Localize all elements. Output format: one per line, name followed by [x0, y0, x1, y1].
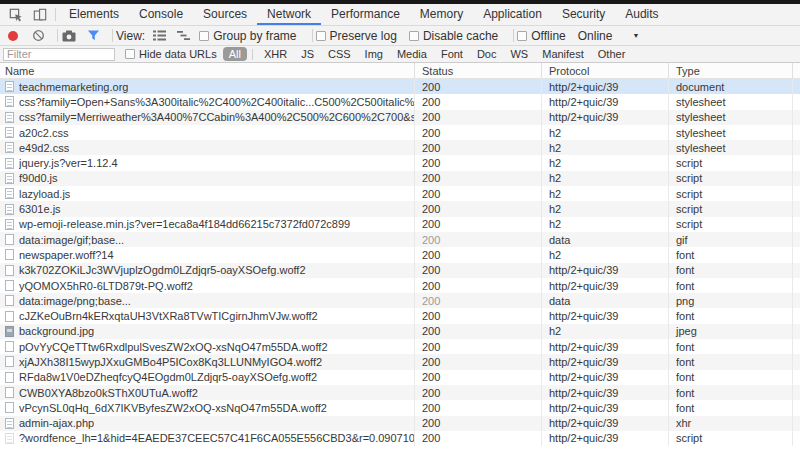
filter-pill-ws[interactable]: WS	[504, 47, 534, 61]
request-name-cell: lazyload.js	[0, 186, 415, 201]
group-by-frame-checkbox[interactable]: Group by frame	[199, 29, 296, 43]
request-name-cell: CWB0XYA8bzo0kSThX0UTuA.woff2	[0, 385, 415, 400]
device-toolbar-icon[interactable]	[28, 4, 52, 25]
filter-pill-css[interactable]: CSS	[322, 47, 357, 61]
table-row[interactable]: CWB0XYA8bzo0kSThX0UTuA.woff2200http/2+qu…	[0, 385, 800, 400]
filter-pill-other[interactable]: Other	[592, 47, 632, 61]
request-type-cell: script	[669, 201, 793, 216]
requests-table: Name Status Protocol Type teachmemarketi…	[0, 63, 800, 446]
file-icon	[5, 81, 14, 92]
request-protocol-cell: http/2+quic/39	[542, 308, 669, 323]
filter-pill-xhr[interactable]: XHR	[258, 47, 293, 61]
table-row[interactable]: ?wordfence_lh=1&hid=4EAEDE37CEEC57C41F6C…	[0, 431, 800, 446]
request-type-cell: jpeg	[669, 324, 793, 339]
clear-network-log-icon[interactable]	[30, 28, 46, 44]
table-row[interactable]: data:image/gif;base...200datagif	[0, 232, 800, 247]
filter-pill-doc[interactable]: Doc	[471, 47, 503, 61]
table-row[interactable]: background.jpg200h2jpeg	[0, 324, 800, 339]
offline-checkbox[interactable]: Offline	[517, 29, 565, 43]
table-row[interactable]: k3k702ZOKiLJc3WVjuplzOgdm0LZdjqr5-oayXSO…	[0, 263, 800, 278]
table-row[interactable]: css?family=Merriweather%3A400%7CCabin%3A…	[0, 110, 800, 125]
request-name-cell: e49d2.css	[0, 140, 415, 155]
request-name-cell: ?wordfence_lh=1&hid=4EAEDE37CEEC57C41F6C…	[0, 431, 415, 446]
table-row[interactable]: cJZKeOuBrn4kERxqtaUH3VtXRa8TVwTICgirnJhm…	[0, 308, 800, 323]
request-type-cell: stylesheet	[669, 140, 793, 155]
table-row[interactable]: f90d0.js200h2script	[0, 171, 800, 186]
file-icon	[5, 158, 14, 169]
row-filler	[793, 186, 800, 201]
filter-pill-all[interactable]: All	[223, 47, 247, 61]
filter-pill-img[interactable]: Img	[359, 47, 389, 61]
tab-application[interactable]: Application	[473, 4, 552, 25]
network-filter-bar: Hide data URLs AllXHRJSCSSImgMediaFontDo…	[0, 46, 800, 63]
request-name-cell: teachmemarketing.org	[0, 79, 415, 94]
preserve-log-checkbox[interactable]: Preserve log	[316, 29, 397, 43]
request-status-cell: 200	[415, 339, 542, 354]
inspect-element-icon[interactable]	[4, 4, 28, 25]
tab-console[interactable]: Console	[129, 4, 193, 25]
tab-memory[interactable]: Memory	[410, 4, 473, 25]
tab-performance[interactable]: Performance	[321, 4, 410, 25]
request-type-cell: script	[669, 171, 793, 186]
column-header-type[interactable]: Type	[669, 63, 793, 78]
table-row[interactable]: css?family=Open+Sans%3A300italic%2C400%2…	[0, 94, 800, 109]
file-icon	[5, 249, 14, 260]
table-row[interactable]: vPcynSL0qHq_6dX7IKVByfesZW2xOQ-xsNqO47m5…	[0, 400, 800, 415]
filter-pill-font[interactable]: Font	[435, 47, 469, 61]
column-header-protocol[interactable]: Protocol	[542, 63, 669, 78]
table-row[interactable]: xjAJXh38I15wypJXxuGMBo4P5ICox8Kq3LLUNMyI…	[0, 354, 800, 369]
table-row[interactable]: newspaper.woff?14200h2font	[0, 247, 800, 262]
tab-network[interactable]: Network	[257, 4, 321, 25]
request-protocol-cell: h2	[542, 171, 669, 186]
tab-elements[interactable]: Elements	[59, 4, 129, 25]
table-row[interactable]: a20c2.css200h2stylesheet	[0, 125, 800, 140]
disable-cache-checkbox[interactable]: Disable cache	[409, 29, 498, 43]
table-row[interactable]: lazyload.js200h2script	[0, 186, 800, 201]
request-type-cell: font	[669, 278, 793, 293]
table-row[interactable]: jquery.js?ver=1.12.4200h2script	[0, 155, 800, 170]
request-name-cell: pOvYyCQeTTtw6RxdlpulSvesZW2xOQ-xsNqO47m5…	[0, 339, 415, 354]
filter-pill-manifest[interactable]: Manifest	[536, 47, 590, 61]
devtools-window: ElementsConsoleSourcesNetworkPerformance…	[0, 0, 800, 450]
tab-security[interactable]: Security	[552, 4, 615, 25]
filter-pill-js[interactable]: JS	[295, 47, 320, 61]
request-status-cell: 200	[415, 308, 542, 323]
request-status-cell: 200	[415, 293, 542, 308]
table-row[interactable]: pOvYyCQeTTtw6RxdlpulSvesZW2xOQ-xsNqO47m5…	[0, 339, 800, 354]
table-row[interactable]: data:image/png;base...200datapng	[0, 293, 800, 308]
file-icon	[5, 418, 14, 429]
table-row[interactable]: RFda8w1V0eDZheqfcyQ4EOgdm0LZdjqr5-oayXSO…	[0, 370, 800, 385]
file-icon	[5, 356, 14, 367]
filter-pill-media[interactable]: Media	[391, 47, 433, 61]
table-row[interactable]: wp-emoji-release.min.js?ver=1eca8a4f184d…	[0, 217, 800, 232]
request-rows-view-icon[interactable]	[151, 28, 167, 44]
column-header-name[interactable]: Name	[0, 63, 415, 78]
request-type-cell: font	[669, 339, 793, 354]
table-row[interactable]: yQOMOX5hR0-6LTD879t-PQ.woff2200http/2+qu…	[0, 278, 800, 293]
record-network-log-icon[interactable]	[8, 31, 18, 41]
request-type-cell: font	[669, 400, 793, 415]
filter-input[interactable]	[3, 48, 115, 61]
filter-funnel-icon[interactable]	[85, 28, 101, 44]
overview-icon[interactable]	[175, 28, 191, 44]
chevron-down-icon: ▼	[632, 32, 639, 39]
column-header-status[interactable]: Status	[415, 63, 542, 78]
preserve-log-label: Preserve log	[330, 29, 397, 43]
network-toolbar: View: Group by frame Preserve log Disabl…	[0, 26, 800, 46]
request-name-cell: 6301e.js	[0, 201, 415, 216]
request-status-cell: 200	[415, 247, 542, 262]
row-filler	[793, 263, 800, 278]
throttling-dropdown[interactable]: Online ▼	[578, 29, 640, 43]
tab-audits[interactable]: Audits	[615, 4, 668, 25]
request-type-cell: stylesheet	[669, 110, 793, 125]
capture-screenshots-icon[interactable]	[61, 28, 77, 44]
table-row[interactable]: e49d2.css200h2stylesheet	[0, 140, 800, 155]
table-row[interactable]: teachmemarketing.org200http/2+quic/39doc…	[0, 79, 800, 94]
table-row[interactable]: 6301e.js200h2script	[0, 201, 800, 216]
tab-sources[interactable]: Sources	[193, 4, 257, 25]
request-type-cell: font	[669, 370, 793, 385]
file-icon	[5, 295, 14, 306]
hide-data-urls-checkbox[interactable]: Hide data URLs	[125, 48, 217, 60]
table-row[interactable]: admin-ajax.php200http/2+quic/39xhr	[0, 416, 800, 431]
row-filler	[793, 217, 800, 232]
